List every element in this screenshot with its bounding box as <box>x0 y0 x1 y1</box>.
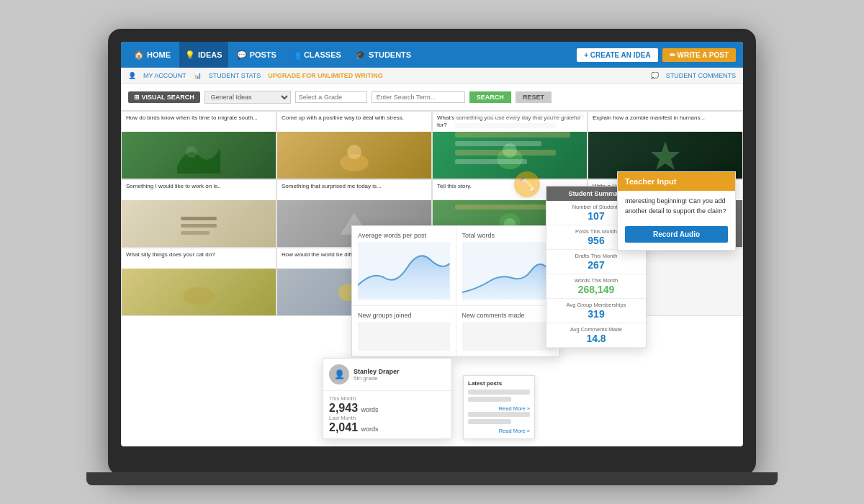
idea-text: What silly things does your cat do? <box>122 248 276 269</box>
idea-text: How do birds know when its time to migra… <box>122 112 276 132</box>
idea-card[interactable]: What's something you use every day that … <box>432 111 588 179</box>
student-name: Stanley Draper <box>354 368 400 375</box>
account-icon: 👤 <box>128 72 136 79</box>
student-stats-link[interactable]: STUDENT STATS <box>209 72 261 79</box>
nav-classes[interactable]: 👥 CLASSES <box>285 42 347 68</box>
drafts-month-value: 267 <box>549 259 643 271</box>
this-month-label: This Month <box>329 395 446 402</box>
nav-students-label: STUDENTS <box>369 50 411 59</box>
teacher-input-panel: Teacher Input Interesting beginning! Can… <box>617 171 736 251</box>
grade-input[interactable] <box>295 91 367 103</box>
avg-comments-value: 14.8 <box>549 333 643 344</box>
search-input[interactable] <box>372 91 465 103</box>
write-post-button[interactable]: ✏ WRITE A POST <box>662 48 736 62</box>
words-month-label: Words This Month <box>549 277 643 284</box>
reset-button[interactable]: RESET <box>516 91 552 103</box>
nav-students[interactable]: 🎓 STUDENTS <box>350 42 417 68</box>
search-button[interactable]: SEARCH <box>469 91 511 103</box>
idea-card[interactable]: Explain how a zombie manifest in humans.… <box>588 111 743 179</box>
subnav: 👤 MY ACCOUNT 📊 STUDENT STATS UPGRADE FOR… <box>121 68 743 84</box>
drafts-month-label: Drafts This Month <box>549 253 643 259</box>
idea-card[interactable]: Something I would like to work on is.. <box>121 179 276 248</box>
nav-ideas-label: IDEAS <box>198 50 222 59</box>
searchbar: ⊞ VISUAL SEARCH General Ideas SEARCH RES… <box>121 84 743 111</box>
student-stats: This Month 2,943 words Last Month 2,041 … <box>323 391 451 438</box>
svg-rect-5 <box>181 217 217 220</box>
svg-point-0 <box>186 146 197 158</box>
new-comments-title: New comments made <box>462 312 554 319</box>
stats-icon: 📊 <box>194 72 202 79</box>
read-more-button-2[interactable]: Read More » <box>499 428 530 434</box>
words-month-value: 268,149 <box>549 284 643 295</box>
visual-search-button[interactable]: ⊞ VISUAL SEARCH <box>128 91 200 103</box>
avg-groups-label: Avg Group Memberships <box>549 302 643 308</box>
stats-panel: Average words per post <box>351 225 560 357</box>
total-words-cell: Total words <box>456 226 560 305</box>
summary-row: Words This Month 268,149 <box>546 274 646 299</box>
navbar: 🏠 HOME 💡 IDEAS 💬 POSTS 👥 CLASSES 🎓 <box>121 42 743 68</box>
last-month-label: Last Month <box>329 415 446 421</box>
post-line <box>468 390 530 395</box>
ideas-icon: 💡 <box>185 50 195 60</box>
student-grade: 5th grade <box>354 375 400 382</box>
laptop-screen: 🏠 HOME 💡 IDEAS 💬 POSTS 👥 CLASSES 🎓 <box>121 42 743 446</box>
idea-text: Explain how a zombie manifest in humans.… <box>588 112 742 132</box>
idea-text: Something I would like to work on is.. <box>122 180 276 200</box>
idea-card[interactable]: What silly things does your cat do? <box>121 248 276 316</box>
teacher-input-header: Teacher Input <box>618 172 735 191</box>
idea-text: What's something you use every day that … <box>433 112 587 132</box>
new-groups-cell: New groups joined <box>352 306 456 356</box>
category-dropdown[interactable]: General Ideas <box>204 91 291 104</box>
home-icon: 🏠 <box>134 50 144 60</box>
summary-row: Avg Comments Made 14.8 <box>546 323 646 348</box>
create-idea-button[interactable]: + CREATE AN IDEA <box>577 48 658 62</box>
classes-icon: 👥 <box>291 50 301 60</box>
idea-text: Come up with a positive way to deal with… <box>277 112 431 132</box>
stats-bottom-row: New groups joined New comments made <box>352 305 559 356</box>
post-line <box>468 397 511 402</box>
latest-posts-panel: Latest posts Read More » Read More » <box>463 375 535 439</box>
nav-posts-label: POSTS <box>250 50 276 59</box>
idea-card[interactable]: Come up with a positive way to deal with… <box>276 111 432 179</box>
comments-icon: 💭 <box>651 72 659 79</box>
nav-left: 🏠 HOME 💡 IDEAS 💬 POSTS 👥 CLASSES 🎓 <box>128 42 417 68</box>
nav-ideas[interactable]: 💡 IDEAS <box>179 42 228 68</box>
read-more-button[interactable]: Read More » <box>499 405 530 412</box>
student-card: 👤 Stanley Draper 5th grade This Month 2,… <box>323 358 452 439</box>
my-account-link[interactable]: MY ACCOUNT <box>143 72 186 79</box>
total-words-title: Total words <box>462 232 554 239</box>
laptop-base <box>86 472 778 485</box>
avg-words-title: Average words per post <box>358 232 450 239</box>
svg-point-4 <box>503 143 517 158</box>
post-line <box>468 412 530 417</box>
total-words-chart <box>462 242 554 300</box>
new-groups-title: New groups joined <box>358 312 450 319</box>
last-month-value: 2,041 <box>329 421 358 433</box>
svg-point-11 <box>183 287 215 305</box>
upgrade-link[interactable]: UPGRADE FOR UNLIMITED WRITING <box>268 72 383 79</box>
nav-home[interactable]: 🏠 HOME <box>128 42 176 68</box>
nav-posts[interactable]: 💬 POSTS <box>231 42 282 68</box>
posts-icon: 💬 <box>237 50 247 60</box>
this-month-value: 2,943 <box>329 402 358 414</box>
nav-classes-label: CLASSES <box>304 50 341 59</box>
svg-rect-7 <box>181 231 210 235</box>
record-audio-button[interactable]: Record Audio <box>625 226 728 243</box>
laptop-frame: 🏠 HOME 💡 IDEAS 💬 POSTS 👥 CLASSES 🎓 <box>108 29 756 475</box>
this-month-unit: words <box>361 406 379 413</box>
avg-words-chart <box>358 242 450 300</box>
teacher-input-body: Interesting beginning! Can you add anoth… <box>618 191 735 222</box>
student-avatar: 👤 <box>329 364 349 384</box>
idea-card[interactable]: How do birds know when its time to migra… <box>121 111 276 179</box>
student-card-header: 👤 Stanley Draper 5th grade <box>323 359 451 391</box>
new-comments-cell: New comments made <box>456 306 560 356</box>
svg-rect-6 <box>181 224 217 228</box>
post-line <box>468 419 511 424</box>
nav-home-label: HOME <box>147 50 171 59</box>
avg-groups-value: 319 <box>549 308 643 320</box>
avg-words-cell: Average words per post <box>352 226 456 305</box>
latest-posts-title: Latest posts <box>468 380 530 387</box>
student-comments-link[interactable]: STUDENT COMMENTS <box>666 72 736 79</box>
summary-row: Drafts This Month 267 <box>546 250 646 274</box>
summary-row: Avg Group Memberships 319 <box>546 299 646 323</box>
